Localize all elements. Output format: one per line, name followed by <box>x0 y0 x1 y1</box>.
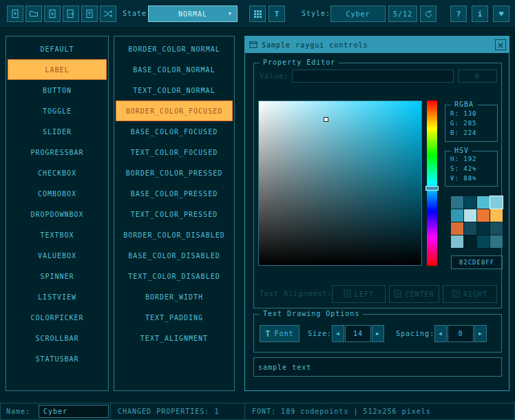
palette-swatch[interactable] <box>451 235 463 248</box>
color-picker-cursor[interactable] <box>324 117 328 122</box>
align-center-label: CENTER <box>405 291 434 298</box>
palette-swatch[interactable] <box>490 196 503 209</box>
export-style-button[interactable] <box>63 6 79 22</box>
hue-slider[interactable] <box>427 101 437 266</box>
controls-list: DEFAULTLABELBUTTONTOGGLESLIDERPROGRESSBA… <box>6 36 109 391</box>
info-button[interactable]: i <box>472 6 488 22</box>
state-dropdown[interactable]: NORMAL ▼ <box>148 6 238 22</box>
palette-swatch[interactable] <box>490 222 503 235</box>
font-t-icon: T <box>265 329 271 339</box>
list-item[interactable]: BORDER_WIDTH <box>116 286 233 307</box>
list-item[interactable]: TEXTBOX <box>8 224 107 245</box>
list-item[interactable]: DEFAULT <box>8 39 107 59</box>
align-right-button[interactable]: RIGHT <box>443 285 497 303</box>
list-item[interactable]: BORDER_COLOR_FOCUSED <box>116 101 233 121</box>
list-item[interactable]: LABEL <box>8 59 107 80</box>
list-item[interactable]: STATUSBAR <box>8 348 107 369</box>
list-item[interactable]: SLIDER <box>8 121 107 142</box>
left-arrow-icon: ◀ <box>439 330 443 337</box>
list-item[interactable]: TEXT_ALIGNMENT <box>116 328 233 348</box>
list-item[interactable]: BASE_COLOR_DISABLED <box>116 245 233 266</box>
list-item[interactable]: BUTTON <box>8 80 107 101</box>
style-name-input[interactable]: Cyber <box>39 405 109 418</box>
list-item[interactable]: TEXT_COLOR_NORMAL <box>116 80 233 101</box>
list-item[interactable]: DROPDOWNBOX <box>8 204 107 224</box>
right-arrow-icon: ▶ <box>479 330 483 337</box>
list-item[interactable]: COMBOBOX <box>8 183 107 204</box>
sponsor-button[interactable]: ♥ <box>493 6 509 22</box>
list-item[interactable]: TEXT_COLOR_FOCUSED <box>116 142 233 162</box>
rgba-b-value: B: 224 <box>450 129 477 136</box>
list-item[interactable]: SPINNER <box>8 266 107 286</box>
list-item[interactable]: SCROLLBAR <box>8 328 107 348</box>
size-decrease-button[interactable]: ◀ <box>332 325 344 342</box>
new-style-button[interactable] <box>7 6 23 22</box>
palette-swatch[interactable] <box>477 235 490 248</box>
list-item[interactable]: COLORPICKER <box>8 307 107 328</box>
spacing-decrease-button[interactable]: ◀ <box>434 325 447 342</box>
text-icon: T <box>275 10 280 19</box>
style-counter[interactable]: 5/12 <box>388 6 417 22</box>
size-value-text: 14 <box>353 330 363 337</box>
palette-swatch[interactable] <box>451 209 463 222</box>
list-item[interactable]: BASE_COLOR_FOCUSED <box>116 121 233 142</box>
font-editor-button[interactable]: T <box>269 6 285 22</box>
align-left-button[interactable]: LEFT <box>332 285 386 303</box>
save-style-button[interactable] <box>44 6 61 22</box>
list-item[interactable]: TEXT_COLOR_PRESSED <box>116 204 233 224</box>
help-button[interactable]: ? <box>450 6 467 22</box>
sample-text-input[interactable]: sample text <box>253 357 502 377</box>
palette-swatch[interactable] <box>451 222 463 235</box>
chevron-down-icon: ▼ <box>229 11 232 17</box>
random-style-button[interactable] <box>100 6 116 22</box>
align-center-button[interactable]: CENTER <box>389 285 439 303</box>
toolbar: State NORMAL ▼ T Style: Cyber 5/12 ? i ♥ <box>0 0 515 28</box>
palette-swatch[interactable] <box>451 196 463 209</box>
size-value-box[interactable]: 14 <box>345 325 371 342</box>
close-button[interactable] <box>495 39 506 50</box>
state-label: State <box>123 6 147 22</box>
palette-swatch[interactable] <box>477 209 490 222</box>
list-item[interactable]: BORDER_COLOR_NORMAL <box>116 39 233 59</box>
open-style-button[interactable] <box>25 6 42 22</box>
window-icon <box>249 41 258 49</box>
list-item[interactable]: TEXT_COLOR_DISABLED <box>116 266 233 286</box>
palette-swatch[interactable] <box>464 209 476 222</box>
list-item[interactable]: VALUEBOX <box>8 245 107 266</box>
palette-swatch[interactable] <box>464 196 476 209</box>
value-input[interactable] <box>292 70 454 83</box>
list-item[interactable]: CHECKBOX <box>8 162 107 183</box>
info-icon: i <box>478 10 483 19</box>
value-spinner[interactable]: 0 <box>458 70 497 83</box>
list-item[interactable]: BORDER_COLOR_DISABLED <box>116 224 233 245</box>
palette-swatch[interactable] <box>490 235 503 248</box>
list-item[interactable]: TEXT_PADDING <box>116 307 233 328</box>
list-item[interactable]: TOGGLE <box>8 101 107 121</box>
import-style-button[interactable] <box>81 6 98 22</box>
window-titlebar[interactable]: Sample raygui controls <box>245 36 509 53</box>
list-item[interactable]: PROGRESSBAR <box>8 142 107 162</box>
hex-color-input[interactable]: 82CDE0FF <box>451 255 503 269</box>
hue-slider-handle[interactable] <box>425 186 439 191</box>
folder-open-icon <box>29 9 39 19</box>
palette-swatch[interactable] <box>464 222 476 235</box>
palette-swatch[interactable] <box>477 196 490 209</box>
font-button[interactable]: T Font <box>260 325 299 342</box>
color-picker-panel[interactable] <box>258 101 422 266</box>
style-counter-value: 5/12 <box>393 10 412 18</box>
list-item[interactable]: LISTVIEW <box>8 286 107 307</box>
controls-table-button[interactable] <box>249 6 266 22</box>
palette-swatch[interactable] <box>464 235 476 248</box>
list-item[interactable]: BORDER_COLOR_PRESSED <box>116 162 233 183</box>
properties-list: BORDER_COLOR_NORMALBASE_COLOR_NORMALTEXT… <box>114 36 235 391</box>
size-label: Size: <box>308 330 332 337</box>
palette-swatch[interactable] <box>490 209 503 222</box>
spacing-value-box[interactable]: 0 <box>448 325 474 342</box>
size-increase-button[interactable]: ▶ <box>372 325 384 342</box>
palette-swatch[interactable] <box>477 222 490 235</box>
style-selector[interactable]: Cyber <box>330 6 386 22</box>
list-item[interactable]: BASE_COLOR_PRESSED <box>116 183 233 204</box>
reload-style-button[interactable] <box>420 6 437 22</box>
spacing-increase-button[interactable]: ▶ <box>474 325 487 342</box>
list-item[interactable]: BASE_COLOR_NORMAL <box>116 59 233 80</box>
